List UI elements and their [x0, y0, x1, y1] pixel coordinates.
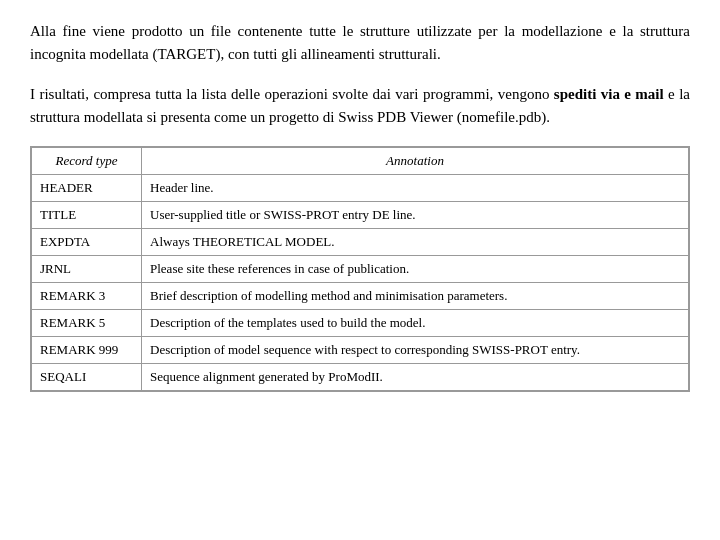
record-type-cell: TITLE	[32, 202, 142, 229]
record-table-container: Record type Annotation HEADERHeader line…	[30, 146, 690, 392]
paragraph-2: I risultati, compresa tutta la lista del…	[30, 83, 690, 128]
col-header-record-type: Record type	[32, 148, 142, 175]
table-row: JRNLPlease site these references in case…	[32, 256, 689, 283]
paragraph-1: Alla fine viene prodotto un file contene…	[30, 20, 690, 65]
table-row: SEQALISequence alignment generated by Pr…	[32, 364, 689, 391]
record-type-cell: REMARK 3	[32, 283, 142, 310]
table-row: REMARK 3Brief description of modelling m…	[32, 283, 689, 310]
record-type-cell: REMARK 999	[32, 337, 142, 364]
table-row: TITLEUser-supplied title or SWISS-PROT e…	[32, 202, 689, 229]
annotation-cell: Please site these references in case of …	[142, 256, 689, 283]
para2-before: I risultati, compresa tutta la lista del…	[30, 86, 554, 102]
table-row: REMARK 5Description of the templates use…	[32, 310, 689, 337]
annotation-cell: Description of model sequence with respe…	[142, 337, 689, 364]
annotation-cell: Sequence alignment generated by ProModII…	[142, 364, 689, 391]
table-row: REMARK 999Description of model sequence …	[32, 337, 689, 364]
annotation-cell: Always THEORETICAL MODEL.	[142, 229, 689, 256]
record-type-cell: EXPDTA	[32, 229, 142, 256]
annotation-cell: User-supplied title or SWISS-PROT entry …	[142, 202, 689, 229]
para2-bold: spediti via e mail	[554, 86, 664, 102]
col-header-annotation: Annotation	[142, 148, 689, 175]
annotation-cell: Header line.	[142, 175, 689, 202]
annotation-cell: Description of the templates used to bui…	[142, 310, 689, 337]
table-row: EXPDTAAlways THEORETICAL MODEL.	[32, 229, 689, 256]
record-type-cell: REMARK 5	[32, 310, 142, 337]
record-type-cell: JRNL	[32, 256, 142, 283]
annotation-cell: Brief description of modelling method an…	[142, 283, 689, 310]
record-type-cell: HEADER	[32, 175, 142, 202]
record-type-cell: SEQALI	[32, 364, 142, 391]
record-table: Record type Annotation HEADERHeader line…	[31, 147, 689, 391]
table-row: HEADERHeader line.	[32, 175, 689, 202]
